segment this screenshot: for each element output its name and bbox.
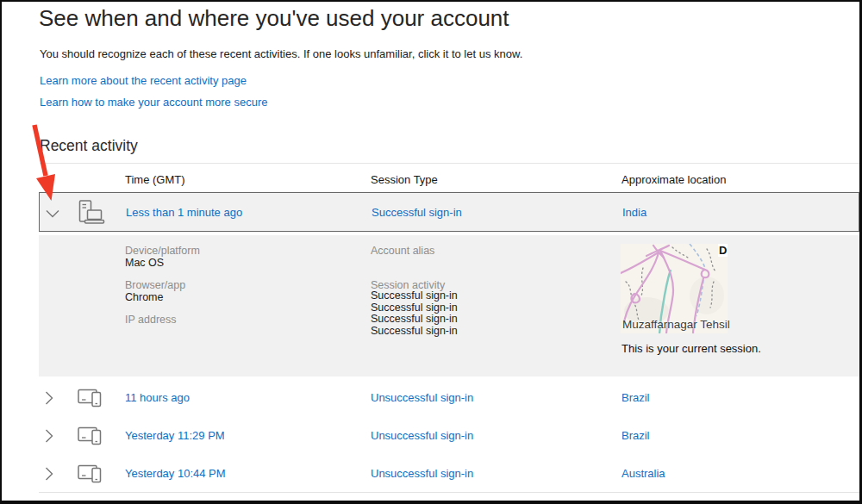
column-header-location: Approximate location <box>622 173 726 186</box>
location-map: D Muzaffarnagar Tehsil <box>621 244 728 333</box>
activity-row[interactable]: Yesterday 11:29 PM Unsuccessful sign-in … <box>39 416 859 455</box>
session-activity-item: Successful sign-in <box>371 290 458 302</box>
chevron-down-icon[interactable] <box>46 206 59 221</box>
row-location-link[interactable]: Australia <box>622 467 665 480</box>
activity-row[interactable]: Yesterday 10:44 PM Unsuccessful sign-in … <box>39 454 859 493</box>
browser-app-value: Chrome <box>125 291 163 303</box>
browser-app-label: Browser/app <box>125 279 185 291</box>
row-session-type-link[interactable]: Unsuccessful sign-in <box>371 391 473 404</box>
current-session-note: This is your current session. <box>622 342 761 355</box>
activity-row-current-session[interactable]: Less than 1 minute ago Successful sign-i… <box>39 192 859 232</box>
page-title: See when and where you've used your acco… <box>39 5 509 32</box>
column-header-time: Time (GMT) <box>125 173 185 186</box>
chevron-right-icon[interactable] <box>45 391 53 408</box>
learn-more-recent-activity-link[interactable]: Learn more about the recent activity pag… <box>40 74 247 87</box>
row-time-link[interactable]: Yesterday 11:29 PM <box>125 429 225 442</box>
device-platform-label: Device/platform <box>125 245 200 257</box>
session-activity-item: Successful sign-in <box>371 302 458 314</box>
chevron-right-icon[interactable] <box>45 429 53 446</box>
recent-activity-heading: Recent activity <box>40 137 138 155</box>
session-details-panel: Device/platform Mac OS Browser/app Chrom… <box>39 235 859 376</box>
row-location-link[interactable]: Brazil <box>622 391 650 404</box>
session-activity-item: Successful sign-in <box>371 326 458 338</box>
desktop-and-laptop-icon <box>78 200 105 228</box>
tablet-and-phone-icon <box>78 385 103 413</box>
learn-secure-account-link[interactable]: Learn how to make your account more secu… <box>40 96 267 109</box>
section-divider <box>40 163 859 164</box>
recent-activity-page: See when and where you've used your acco… <box>0 0 862 504</box>
row-location-link[interactable]: India <box>622 206 646 219</box>
row-time-link[interactable]: 11 hours ago <box>125 391 190 404</box>
activity-row[interactable]: 11 hours ago Unsuccessful sign-in Brazil <box>39 378 859 417</box>
session-activity-list: Successful sign-in Successful sign-in Su… <box>371 290 458 337</box>
row-time-link[interactable]: Yesterday 10:44 PM <box>125 467 226 480</box>
column-header-session-type: Session Type <box>371 173 438 186</box>
row-session-type-link[interactable]: Successful sign-in <box>372 206 462 219</box>
row-time-link[interactable]: Less than 1 minute ago <box>126 206 242 219</box>
row-session-type-link[interactable]: Unsuccessful sign-in <box>371 467 473 480</box>
session-activity-item: Successful sign-in <box>371 314 458 326</box>
chevron-right-icon[interactable] <box>45 467 53 484</box>
page-subtitle: You should recognize each of these recen… <box>40 47 522 60</box>
row-session-type-link[interactable]: Unsuccessful sign-in <box>371 429 473 442</box>
row-location-link[interactable]: Brazil <box>622 429 650 442</box>
map-place-label: Muzaffarnagar Tehsil <box>622 318 730 331</box>
tablet-and-phone-icon <box>78 423 103 451</box>
tablet-and-phone-icon <box>78 461 103 488</box>
map-corner-text: D <box>719 244 727 257</box>
ip-address-label: IP address <box>125 314 177 326</box>
device-platform-value: Mac OS <box>125 257 164 269</box>
account-alias-label: Account alias <box>371 245 434 257</box>
